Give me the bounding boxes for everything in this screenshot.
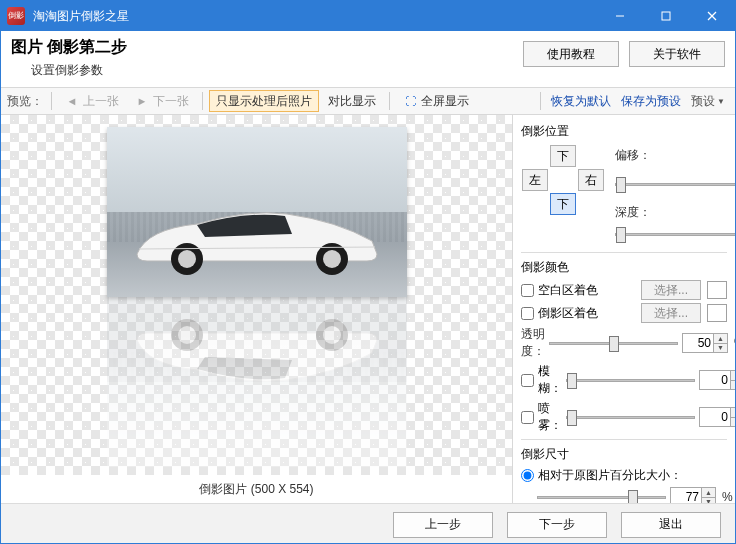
- preview-image: [107, 127, 407, 297]
- svg-point-7: [323, 250, 341, 268]
- depth-label: 深度：: [615, 204, 651, 221]
- position-grid: 下 左右 下: [521, 144, 605, 247]
- preview-canvas[interactable]: [1, 115, 512, 475]
- show-processed-button[interactable]: 只显示处理后照片: [209, 90, 319, 112]
- fullscreen-icon: ⛶: [403, 94, 417, 108]
- title-bar: 倒影 淘淘图片倒影之星: [1, 1, 735, 31]
- footer: 上一步 下一步 退出: [1, 503, 735, 544]
- exit-button[interactable]: 退出: [621, 512, 721, 538]
- relative-size-radio[interactable]: 相对于原图片百分比大小：: [521, 467, 727, 484]
- offset-slider[interactable]: [615, 176, 735, 192]
- position-right-button[interactable]: 右: [578, 169, 604, 191]
- position-down-button[interactable]: 下: [550, 193, 576, 215]
- preset-dropdown[interactable]: 预设▼: [687, 93, 729, 110]
- opacity-input[interactable]: [683, 334, 713, 352]
- preview-caption: 倒影图片 (500 X 554): [1, 475, 512, 503]
- step-title: 图片 倒影第二步: [11, 37, 523, 58]
- blur-input[interactable]: [700, 371, 730, 389]
- about-button[interactable]: 关于软件: [629, 41, 725, 67]
- relative-size-spinner[interactable]: ▲▼: [670, 487, 716, 503]
- next-image-icon: ►: [135, 94, 149, 108]
- step-subtitle: 设置倒影参数: [31, 62, 523, 79]
- chevron-down-icon: ▼: [717, 97, 725, 106]
- fullscreen-button[interactable]: ⛶全屏显示: [396, 90, 476, 112]
- spray-spinner[interactable]: ▲▼: [699, 407, 735, 427]
- save-preset-button[interactable]: 保存为预设: [617, 93, 685, 110]
- tutorial-button[interactable]: 使用教程: [523, 41, 619, 67]
- position-left-button[interactable]: 左: [522, 169, 548, 191]
- close-button[interactable]: [689, 1, 735, 31]
- prev-image-button[interactable]: ◄上一张: [58, 90, 126, 112]
- spray-input[interactable]: [700, 408, 730, 426]
- depth-slider[interactable]: [615, 226, 735, 242]
- app-icon: 倒影: [7, 7, 25, 25]
- blank-color-select-button[interactable]: 选择...: [641, 280, 701, 300]
- blank-color-swatch[interactable]: [707, 281, 727, 299]
- blank-area-checkbox[interactable]: 空白区着色: [521, 282, 635, 299]
- prev-image-icon: ◄: [65, 94, 79, 108]
- toolbar: 预览： ◄上一张 ►下一张 只显示处理后照片 对比显示 ⛶全屏显示 恢复为默认 …: [1, 87, 735, 115]
- next-image-button[interactable]: ►下一张: [128, 90, 196, 112]
- svg-rect-1: [662, 12, 670, 20]
- settings-panel: 倒影位置 下 左右 下 偏移： ▲▼像素 深度： ▲▼% 倒影颜色 空白区着色 …: [513, 115, 735, 503]
- header: 图片 倒影第二步 设置倒影参数 使用教程 关于软件: [1, 31, 735, 87]
- preview-label: 预览：: [7, 93, 43, 110]
- relative-size-slider[interactable]: [537, 489, 666, 503]
- opacity-label: 透明度：: [521, 326, 545, 360]
- minimize-button[interactable]: [597, 1, 643, 31]
- opacity-slider[interactable]: [549, 335, 678, 351]
- svg-point-5: [178, 250, 196, 268]
- reflect-color-swatch[interactable]: [707, 304, 727, 322]
- reflect-area-checkbox[interactable]: 倒影区着色: [521, 305, 635, 322]
- restore-default-button[interactable]: 恢复为默认: [547, 93, 615, 110]
- next-step-button[interactable]: 下一步: [507, 512, 607, 538]
- size-group-title: 倒影尺寸: [521, 446, 727, 463]
- color-group-title: 倒影颜色: [521, 259, 727, 276]
- maximize-button[interactable]: [643, 1, 689, 31]
- relative-size-input[interactable]: [671, 488, 701, 503]
- prev-step-button[interactable]: 上一步: [393, 512, 493, 538]
- spray-slider[interactable]: [566, 409, 695, 425]
- preview-reflection: [107, 297, 407, 467]
- compare-button[interactable]: 对比显示: [321, 90, 383, 112]
- offset-label: 偏移：: [615, 147, 651, 164]
- position-group-title: 倒影位置: [521, 123, 727, 140]
- reflect-color-select-button[interactable]: 选择...: [641, 303, 701, 323]
- blur-checkbox[interactable]: 模糊：: [521, 363, 562, 397]
- spray-checkbox[interactable]: 喷雾：: [521, 400, 562, 434]
- preview-pane: 倒影图片 (500 X 554): [1, 115, 513, 503]
- blur-spinner[interactable]: ▲▼: [699, 370, 735, 390]
- window-title: 淘淘图片倒影之星: [33, 8, 597, 25]
- position-up-button[interactable]: 下: [550, 145, 576, 167]
- blur-slider[interactable]: [566, 372, 695, 388]
- opacity-spinner[interactable]: ▲▼: [682, 333, 728, 353]
